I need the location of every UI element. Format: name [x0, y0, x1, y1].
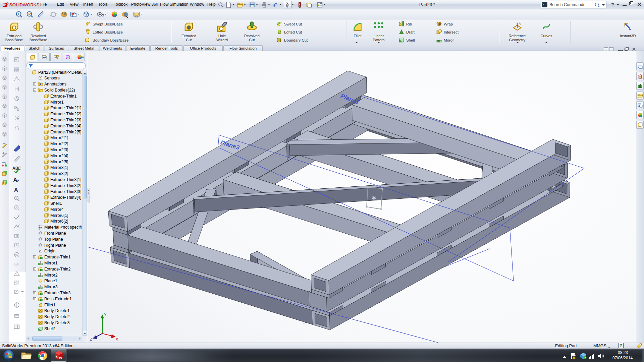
svg-text:A: A [15, 97, 18, 101]
svg-text:ab: ab [438, 22, 441, 25]
svg-text:A: A [39, 83, 41, 86]
svg-text:S: S [56, 355, 58, 359]
svg-text:A: A [13, 177, 17, 183]
svg-text:A: A [14, 187, 18, 192]
svg-text:X: X [116, 337, 118, 341]
svg-text:Z: Z [90, 337, 92, 341]
svg-text:1: 1 [15, 196, 17, 199]
svg-text:Y: Y [104, 313, 107, 317]
svg-text:!: ! [574, 356, 574, 359]
svg-text:uø: uø [14, 262, 19, 266]
svg-text:A: A [15, 290, 17, 293]
svg-text:W: W [59, 356, 62, 360]
svg-text:✱: ✱ [372, 195, 376, 201]
svg-text:AU: AU [15, 253, 18, 256]
svg-text:!: ! [16, 273, 17, 276]
svg-text:A: A [15, 244, 17, 247]
svg-text:WORKS: WORKS [23, 2, 39, 7]
svg-text:ABC: ABC [12, 166, 20, 171]
svg-text:SOLID: SOLID [9, 2, 23, 7]
